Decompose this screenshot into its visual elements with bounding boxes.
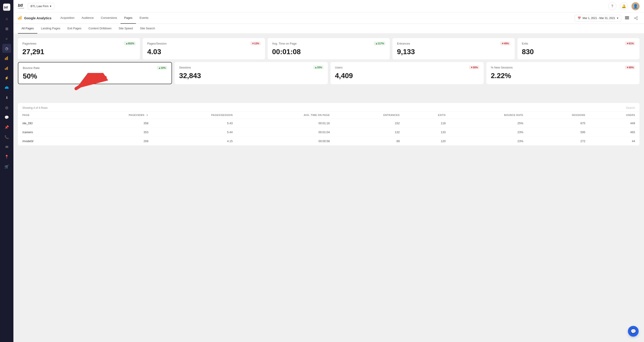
sidebar-item-download[interactable]: ⬇ xyxy=(2,93,11,102)
cell-pageviews: 358 xyxy=(74,119,153,128)
tab-all-pages-label: All Pages xyxy=(22,27,34,30)
col-entrances[interactable]: ENTRANCES xyxy=(334,112,404,119)
metric-card-exits[interactable]: Exits ▼61% 830 xyxy=(518,38,640,59)
svg-rect-13 xyxy=(625,18,629,18)
metric-card-sessions[interactable]: Sessions ▲33% 32,843 xyxy=(175,62,328,84)
col-bounce-rate[interactable]: BOUNCE RATE xyxy=(450,112,528,119)
metric-card-sessions-header: Sessions ▲33% xyxy=(179,66,323,69)
sidebar-item-salesforce[interactable] xyxy=(2,83,11,92)
share-button[interactable] xyxy=(632,15,640,22)
sidebar-item-chart-line[interactable] xyxy=(2,64,11,73)
svg-rect-12 xyxy=(625,16,629,17)
cell-sessions: 675 xyxy=(528,119,590,128)
table-section: Showing 4 of 4 Rows Search PAGE PAGEVIEW… xyxy=(18,103,640,146)
date-range-button[interactable]: 📅 Mar 1, 2021 - Mar 31, 2021 ▾ xyxy=(575,15,621,22)
col-sessions[interactable]: SESSIONS xyxy=(528,112,590,119)
sidebar-item-phone[interactable]: 📞 xyxy=(2,133,11,141)
chat-icon: 💬 xyxy=(630,328,636,334)
table-row[interactable]: /model3/ 269 4.15 00:00:58 89 120 23% 27… xyxy=(18,137,640,146)
btl-sub: counsel xyxy=(18,8,24,9)
tab-site-speed[interactable]: Site Speed xyxy=(115,24,136,34)
sidebar-item-mail[interactable]: ✉ xyxy=(2,142,11,151)
nav-pages[interactable]: Pages xyxy=(120,13,136,24)
sidebar-item-clock[interactable]: ◷ xyxy=(2,44,11,53)
chat-button[interactable]: 💬 xyxy=(628,326,639,337)
bounce-rate-value: 50% xyxy=(23,72,167,80)
analytics-title: Google Analytics xyxy=(18,16,52,21)
cell-bounce-rate: 23% xyxy=(450,128,528,137)
col-pages-session[interactable]: PAGES/SESSION xyxy=(153,112,237,119)
showing-rows-text: Showing 4 of 4 Rows xyxy=(22,106,48,109)
table-row[interactable]: /de_DE/ 358 5.43 00:01:16 152 118 25% 67… xyxy=(18,119,640,128)
sidebar-item-bolt[interactable]: ⚡ xyxy=(2,73,11,82)
col-pageviews[interactable]: PAGEVIEWS ▼ xyxy=(74,112,153,119)
metric-card-users-header: Users ▼59% xyxy=(335,66,479,69)
table-row[interactable]: /careers 353 5.44 00:01:04 132 133 23% 5… xyxy=(18,128,640,137)
notifications-button[interactable]: 🔔 xyxy=(620,2,628,10)
company-selector[interactable]: BTL Law Firm ▾ xyxy=(28,3,54,10)
col-users[interactable]: USERS xyxy=(590,112,640,119)
users-value: 4,409 xyxy=(335,72,479,80)
sidebar-item-grid[interactable]: ⊞ xyxy=(2,24,11,33)
metric-cards-row-2: Bounce Rate ▲10% 50% Sessions ▲33% 32,84… xyxy=(18,62,640,84)
help-button[interactable]: ? xyxy=(608,2,616,10)
metric-card-entrances[interactable]: Entrances ▼49% 9,133 xyxy=(392,38,514,59)
sidebar-item-location[interactable]: 📍 xyxy=(2,152,11,161)
tab-site-search[interactable]: Site Search xyxy=(136,24,158,34)
cell-entrances: 152 xyxy=(334,119,404,128)
tab-exit-pages[interactable]: Exit Pages xyxy=(64,24,85,34)
sidebar-item-bubble[interactable]: 💬 xyxy=(2,113,11,122)
nav-events[interactable]: Events xyxy=(136,13,152,24)
nav-conversions-label: Conversions xyxy=(101,16,117,20)
metric-card-avg-time[interactable]: Avg. Time on Page ▲117% 00:01:08 xyxy=(268,38,390,59)
metric-card-pages-session[interactable]: Pages/Session ▼13% 4.03 xyxy=(143,38,265,59)
sidebar-item-pin[interactable]: 📌 xyxy=(2,123,11,132)
svg-text:counsel: counsel xyxy=(4,9,9,11)
svg-rect-7 xyxy=(6,67,7,70)
col-page[interactable]: PAGE xyxy=(18,112,74,119)
cell-entrances: 89 xyxy=(334,137,404,146)
metric-card-new-sessions[interactable]: % New Sessions ▼69% 2.22% xyxy=(486,62,640,84)
cell-page: /careers xyxy=(18,128,74,137)
nav-audience[interactable]: Audience xyxy=(78,13,97,24)
metric-cards-row-1: Pageviews ▲652% 27,291 Pages/Session ▼13… xyxy=(18,38,640,59)
cell-pages-session: 5.44 xyxy=(153,128,237,137)
nav-audience-label: Audience xyxy=(82,16,94,20)
svg-point-16 xyxy=(634,18,635,19)
col-avg-time[interactable]: AVG. TIME ON PAGE xyxy=(237,112,334,119)
metric-card-bounce-rate[interactable]: Bounce Rate ▲10% 50% xyxy=(18,62,172,84)
cell-page: /model3/ xyxy=(18,137,74,146)
tab-all-pages[interactable]: All Pages xyxy=(18,24,37,34)
sidebar-item-search[interactable]: ⌕ xyxy=(2,34,11,43)
tab-site-search-label: Site Search xyxy=(140,27,155,30)
tab-exit-pages-label: Exit Pages xyxy=(68,27,82,30)
cell-users: 449 xyxy=(590,119,640,128)
tab-content-drilldown-label: Content Drilldown xyxy=(88,27,112,30)
sidebar-item-chart-bar[interactable] xyxy=(2,54,11,63)
metric-card-exits-header: Exits ▼61% xyxy=(522,42,635,45)
cell-pages-session: 5.43 xyxy=(153,119,237,128)
search-label[interactable]: Search xyxy=(626,106,635,109)
header-actions: ? 🔔 👤 xyxy=(608,2,640,10)
nav-conversions[interactable]: Conversions xyxy=(97,13,120,24)
users-label: Users xyxy=(335,66,342,69)
sidebar-item-target[interactable]: ◎ xyxy=(2,103,11,112)
cell-page: /de_DE/ xyxy=(18,119,74,128)
pages-session-value: 4.03 xyxy=(147,48,260,56)
col-exits[interactable]: EXITS xyxy=(404,112,450,119)
table-view-button[interactable] xyxy=(624,15,630,22)
nav-acquisition[interactable]: Acquisition xyxy=(57,13,78,24)
company-name: BTL Law Firm xyxy=(31,5,48,8)
analytics-nav: Google Analytics Acquisition Audience Co… xyxy=(14,13,644,24)
sidebar-item-home[interactable]: ⌂ xyxy=(2,14,11,23)
sidebar-item-cart[interactable]: 🛒 xyxy=(2,162,11,171)
tab-landing-pages[interactable]: Landing Pages xyxy=(37,24,64,34)
metric-card-users[interactable]: Users ▼59% 4,409 xyxy=(330,62,484,84)
svg-rect-5 xyxy=(7,56,8,60)
sessions-value: 32,843 xyxy=(179,72,323,80)
tab-content-drilldown[interactable]: Content Drilldown xyxy=(85,24,115,34)
metric-card-pageviews[interactable]: Pageviews ▲652% 27,291 xyxy=(18,38,140,59)
user-avatar[interactable]: 👤 xyxy=(632,2,640,10)
entrances-badge: ▼49% xyxy=(500,42,510,45)
cell-avg-time: 00:00:58 xyxy=(237,137,334,146)
